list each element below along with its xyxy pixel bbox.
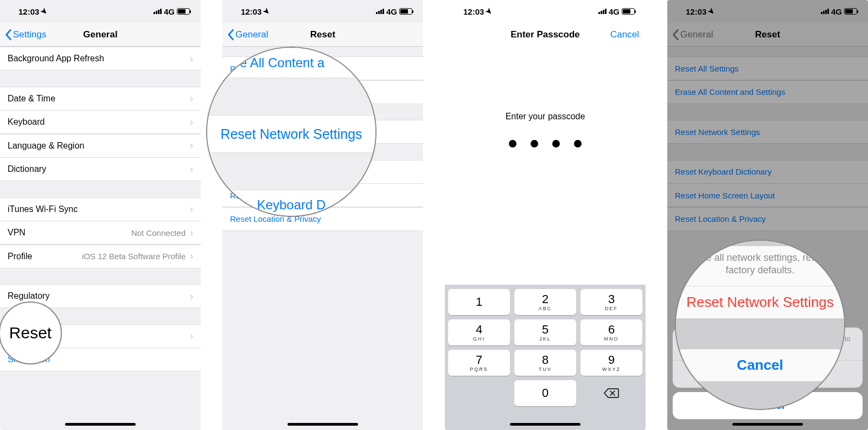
key-backspace[interactable] [580, 380, 642, 406]
keypad: 1 2ABC 3DEF 4GHI 5JKL 6MNO 7PQRS 8TUV 9W… [445, 285, 646, 430]
status-time: 12:03 [18, 7, 39, 16]
zoom-circle-reset-network: e All Content a Reset Network Settings K… [206, 47, 376, 217]
row-label: Background App Refresh [8, 54, 104, 63]
row-label: iTunes Wi-Fi Sync [8, 204, 78, 214]
location-icon: ➤ [484, 6, 495, 17]
signal-icon [154, 9, 162, 14]
back-button[interactable]: Settings [0, 29, 46, 41]
key-1[interactable]: 1 [448, 289, 510, 315]
key-6[interactable]: 6MNO [580, 319, 642, 345]
network-label: 4G [609, 7, 620, 16]
passcode-dot [574, 140, 582, 147]
chevron-right-icon: › [190, 117, 193, 128]
chevron-right-icon: › [190, 140, 193, 151]
key-3[interactable]: 3DEF [580, 289, 642, 315]
key-5[interactable]: 5JKL [514, 319, 576, 345]
signal-icon [598, 9, 607, 14]
row-label: Reset Location & Privacy [230, 214, 321, 223]
back-button[interactable]: General [222, 29, 268, 41]
nav-bar: Enter Passcode Cancel [445, 23, 646, 47]
status-bar: 12:03 ➤ 4G [222, 0, 423, 23]
row-label: Regulatory [8, 291, 49, 301]
row-bg-refresh[interactable]: Background App Refresh › [0, 47, 201, 70]
row-label: Language & Region [8, 141, 84, 151]
row-label: Dictionary [8, 164, 46, 174]
network-label: 4G [164, 7, 175, 16]
chevron-left-icon [4, 29, 12, 41]
row-detail: Not Connected [131, 228, 186, 238]
backspace-icon [604, 388, 619, 399]
key-0[interactable]: 0 [514, 380, 576, 406]
key-2[interactable]: 2ABC [514, 289, 576, 315]
status-bar: 12:03 ➤ 4G [445, 0, 646, 23]
row-label: Profile [8, 252, 32, 261]
back-label: General [235, 29, 268, 40]
zoom-sheet-destructive[interactable]: Reset Network Settings [676, 286, 844, 318]
key-9[interactable]: 9WXYZ [580, 350, 642, 376]
chevron-right-icon: › [190, 53, 193, 65]
row-label: Keyboard [8, 117, 45, 127]
zoom-circle-reset: Reset [0, 301, 62, 364]
chevron-right-icon: › [190, 251, 193, 262]
nav-bar: Settings General [0, 23, 201, 47]
network-label: 4G [386, 7, 397, 16]
chevron-right-icon: › [190, 227, 193, 239]
passcode-dot [552, 140, 560, 147]
zoom-row-reset-network[interactable]: Reset Network Settings [207, 115, 375, 153]
home-indicator[interactable] [510, 423, 580, 426]
passcode-prompt: Enter your passcode [445, 112, 646, 121]
row-itunes-wifi[interactable]: iTunes Wi-Fi Sync › [0, 197, 201, 221]
zoom-text: Reset [9, 324, 52, 342]
status-bar: 12:03 ➤ 4G [0, 0, 201, 23]
chevron-right-icon: › [190, 203, 193, 215]
cancel-button[interactable]: Cancel [610, 29, 639, 40]
location-icon: ➤ [261, 6, 272, 17]
chevron-left-icon [227, 29, 234, 41]
key-spacer [448, 380, 510, 406]
nav-bar: General Reset [222, 23, 423, 47]
row-language-region[interactable]: Language & Region › [0, 134, 201, 158]
chevron-right-icon: › [190, 330, 193, 342]
back-label: Settings [13, 29, 46, 40]
passcode-dots [445, 140, 646, 147]
row-profile[interactable]: Profile iOS 12 Beta Software Profile › [0, 245, 201, 268]
row-date-time[interactable]: Date & Time › [0, 87, 201, 111]
battery-icon [622, 8, 635, 15]
screen-passcode: 12:03 ➤ 4G Enter Passcode Cancel Enter y… [445, 0, 646, 430]
chevron-right-icon: › [190, 164, 193, 175]
passcode-dot [509, 140, 516, 147]
row-vpn[interactable]: VPN Not Connected › [0, 221, 201, 245]
battery-icon [177, 8, 190, 15]
row-label: VPN [8, 228, 25, 238]
location-icon: ➤ [39, 6, 50, 17]
chevron-right-icon: › [190, 93, 193, 104]
home-indicator[interactable] [288, 423, 358, 426]
screen-general: 12:03 ➤ 4G Settings General Background A… [0, 0, 201, 430]
signal-icon [376, 9, 384, 14]
row-dictionary[interactable]: Dictionary › [0, 157, 201, 181]
zoom-sheet-cancel[interactable]: Cancel [676, 349, 844, 381]
row-detail: iOS 12 Beta Software Profile [82, 252, 186, 261]
zoom-circle-action-sheet: e all network settings, ret factory defa… [675, 240, 845, 410]
status-time: 12:03 [241, 7, 261, 16]
key-8[interactable]: 8TUV [514, 350, 576, 376]
row-keyboard[interactable]: Keyboard › [0, 110, 201, 134]
chevron-right-icon: › [190, 291, 193, 302]
home-indicator[interactable] [65, 423, 136, 426]
key-7[interactable]: 7PQRS [448, 350, 510, 376]
key-4[interactable]: 4GHI [448, 319, 510, 345]
passcode-dot [531, 140, 538, 147]
status-time: 12:03 [463, 7, 484, 16]
row-label: Date & Time [8, 94, 55, 104]
battery-icon [399, 8, 412, 15]
